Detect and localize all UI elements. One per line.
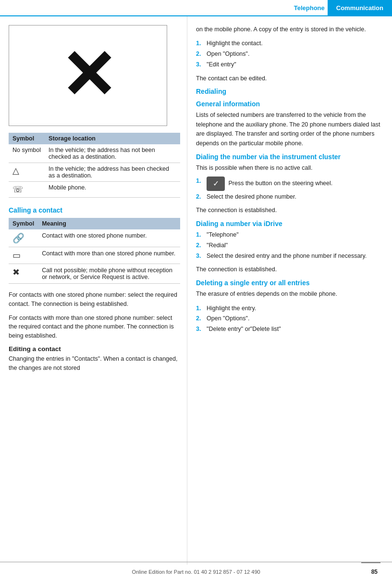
- table-row: 🔗 Contact with one stored phone num­ber.: [9, 229, 180, 247]
- list-item: 1. Highlight the entry.: [196, 304, 382, 313]
- symbol-cell: △: [9, 163, 45, 182]
- deleting-heading: Deleting a single entry or all entries: [196, 279, 382, 287]
- list-item: 2. Open "Options".: [196, 314, 382, 323]
- step-text: "Redial": [207, 241, 228, 250]
- editing-body: Changing the entries in "Contacts". When…: [9, 354, 180, 373]
- symbol-col2-header: Symbol: [9, 218, 38, 229]
- step-text: Select the desired phone number.: [207, 192, 296, 202]
- list-item: 1. "Telephone": [196, 230, 382, 240]
- x-symbol: ✕: [60, 42, 116, 109]
- footer-text: Online Edition for Part no. 01 40 2 912 …: [132, 569, 260, 575]
- list-item: 2. Select the desired phone number.: [196, 192, 382, 202]
- meaning-col-header: Meaning: [38, 218, 180, 229]
- step-text: "Delete entry" or"Delete list": [207, 325, 281, 334]
- para2: For contacts with more than one stored p…: [9, 314, 180, 341]
- left-column: ✕ Symbol Storage location No symbol In t…: [0, 16, 187, 565]
- page-number: 85: [371, 568, 378, 575]
- symbol-storage-table: Symbol Storage location No symbol In the…: [9, 133, 180, 198]
- editing-contact-heading: Editing a contact: [9, 345, 180, 353]
- location-col-header: Storage location: [45, 133, 180, 144]
- dialing-instrument-intro: This is possible when there is no active…: [196, 164, 382, 173]
- redialing-heading: Redialing: [196, 88, 382, 95]
- page-footer: Online Edition for Part no. 01 40 2 912 …: [0, 562, 392, 581]
- location-cell: Mobile phone.: [45, 182, 180, 198]
- dialing-instrument-after: The connection is established.: [196, 206, 382, 215]
- intro-text: on the mobile phone. A copy of the entry…: [196, 25, 382, 34]
- table-row: ✖ Call not possible; mobile phone with­o…: [9, 264, 180, 284]
- step-text: Open "Options".: [207, 50, 249, 59]
- step-number: 2.: [196, 314, 204, 323]
- dialing-instrument-heading: Dialing the number via the instrument cl…: [196, 153, 382, 161]
- page-header: Telephone Communication: [0, 0, 392, 16]
- list-item: 2. Open "Options".: [196, 50, 382, 59]
- step-number: 2.: [196, 50, 204, 59]
- step-text: Select the desired entry and the phone n…: [207, 252, 367, 261]
- meaning-text: Call not possible; mobile phone with­out…: [38, 264, 180, 284]
- location-cell: In the vehicle; the address has not been…: [45, 144, 180, 163]
- list-item: 1. Press the button on the steering whee…: [196, 177, 382, 191]
- header-telephone: Telephone: [294, 4, 328, 12]
- list-item: 3. "Delete entry" or"Delete list": [196, 325, 382, 334]
- list-item: 2. "Redial": [196, 241, 382, 250]
- dialing-idrive-after: The connection is established.: [196, 265, 382, 274]
- general-info-heading: General information: [196, 100, 382, 108]
- right-column: on the mobile phone. A copy of the entry…: [187, 16, 392, 565]
- step-text: Press the button on the steering wheel.: [207, 177, 332, 191]
- symbol-col-header: Symbol: [9, 133, 45, 144]
- step-number: 1.: [196, 39, 204, 48]
- dialing-idrive-steps: 1. "Telephone" 2. "Redial" 3. Select the…: [196, 230, 382, 260]
- symbol-cell: ☏: [9, 182, 45, 198]
- step-text: "Edit entry": [207, 60, 236, 69]
- para1: For contacts with one stored phone numbe…: [9, 290, 180, 309]
- step-text: "Telephone": [207, 230, 239, 240]
- location-cell: In the vehicle; the address has been che…: [45, 163, 180, 182]
- step-number: 2.: [196, 192, 204, 202]
- step-text: Open "Options".: [207, 314, 249, 323]
- steering-wheel-button-icon: [207, 177, 225, 191]
- main-content: ✕ Symbol Storage location No symbol In t…: [0, 16, 392, 565]
- meaning-symbol: ✖: [9, 264, 38, 284]
- step-number: 2.: [196, 241, 204, 250]
- edit-steps-list: 1. Highlight the contact. 2. Open "Optio…: [196, 39, 382, 69]
- symbol-image-box: ✕: [9, 25, 167, 126]
- table-row: No symbol In the vehicle; the address ha…: [9, 144, 180, 163]
- meaning-text: Contact with more than one stored phone …: [38, 247, 180, 264]
- table-row: △ In the vehicle; the address has been c…: [9, 163, 180, 182]
- list-item: 1. Highlight the contact.: [196, 39, 382, 48]
- list-item: 3. "Edit entry": [196, 60, 382, 69]
- dialing-instrument-steps: 1. Press the button on the steering whee…: [196, 177, 382, 202]
- footer-line: [361, 562, 380, 563]
- table-row: ☏ Mobile phone.: [9, 182, 180, 198]
- symbol-cell: No symbol: [9, 144, 45, 163]
- step-number: 3.: [196, 252, 204, 261]
- step-number: 1.: [196, 230, 204, 240]
- edit-steps-after: The contact can be edited.: [196, 74, 382, 83]
- meaning-table: Symbol Meaning 🔗 Contact with one stored…: [9, 218, 180, 284]
- dialing-idrive-heading: Dialing a number via iDrive: [196, 220, 382, 227]
- meaning-text: Contact with one stored phone num­ber.: [38, 229, 180, 247]
- step-number: 3.: [196, 325, 204, 334]
- step-number: 3.: [196, 60, 204, 69]
- table-row: ▭ Contact with more than one stored phon…: [9, 247, 180, 264]
- calling-contact-heading: Calling a contact: [9, 206, 180, 214]
- list-item: 3. Select the desired entry and the phon…: [196, 252, 382, 261]
- deleting-steps: 1. Highlight the entry. 2. Open "Options…: [196, 304, 382, 334]
- step-text: Highlight the entry.: [207, 304, 256, 313]
- header-communication: Communication: [328, 0, 392, 15]
- step-number: 1.: [196, 304, 204, 313]
- deleting-body: The erasure of entries depends on the mo…: [196, 290, 382, 299]
- step-number: 1.: [196, 177, 204, 191]
- step-text: Highlight the contact.: [207, 39, 263, 48]
- meaning-symbol: ▭: [9, 247, 38, 264]
- meaning-symbol: 🔗: [9, 229, 38, 247]
- general-body: Lists of selected numbers are transferre…: [196, 111, 382, 148]
